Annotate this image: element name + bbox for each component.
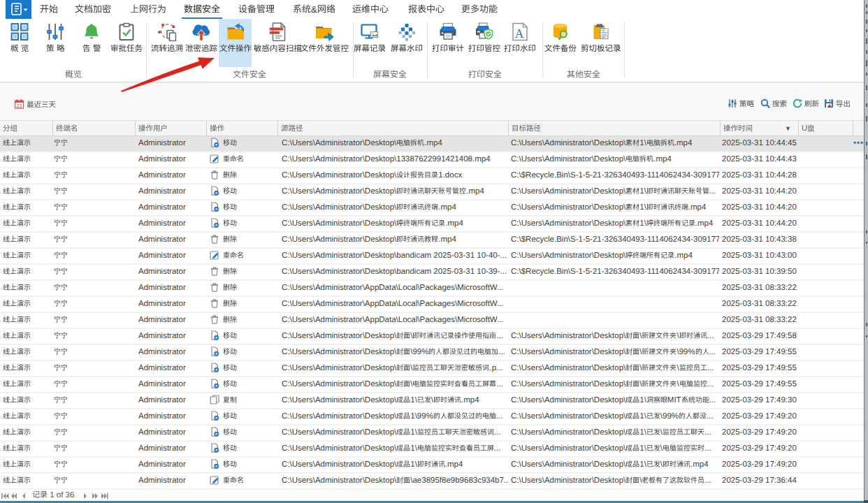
svg-text:23: 23 — [17, 104, 22, 109]
svg-text:A: A — [515, 27, 524, 41]
